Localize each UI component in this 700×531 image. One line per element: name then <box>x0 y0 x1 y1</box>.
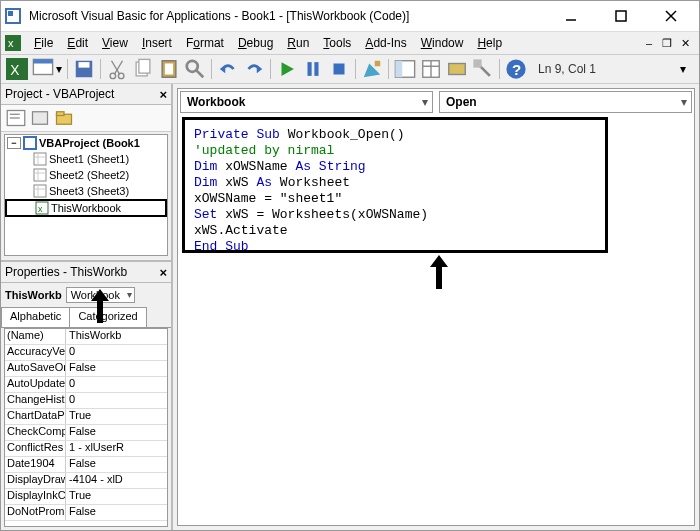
property-value[interactable]: False <box>66 425 167 440</box>
property-row[interactable]: CheckCompFalse <box>5 425 167 441</box>
menu-edit[interactable]: Edit <box>60 34 95 52</box>
properties-panel: Properties - ThisWorkb × ThisWorkb Workb… <box>1 260 171 530</box>
worksheet-icon <box>33 168 47 182</box>
toggle-folders-icon[interactable] <box>53 108 75 128</box>
project-tree[interactable]: − VBAProject (Book1 Sheet1 (Sheet1) Shee… <box>4 134 168 256</box>
toolbar-options-dropdown[interactable]: ▾ <box>671 57 695 81</box>
property-value[interactable]: True <box>66 489 167 504</box>
close-button[interactable] <box>655 6 687 26</box>
property-value[interactable]: 0 <box>66 345 167 360</box>
property-row[interactable]: ChartDataPTrue <box>5 409 167 425</box>
insert-module-icon[interactable] <box>31 57 55 81</box>
menu-insert[interactable]: Insert <box>135 34 179 52</box>
property-row[interactable]: (Name)ThisWorkb <box>5 329 167 345</box>
menu-run[interactable]: Run <box>280 34 316 52</box>
property-value[interactable]: False <box>66 361 167 376</box>
break-icon[interactable] <box>301 57 325 81</box>
property-value[interactable]: False <box>66 505 167 520</box>
save-icon[interactable] <box>72 57 96 81</box>
reset-icon[interactable] <box>327 57 351 81</box>
property-value[interactable]: 0 <box>66 393 167 408</box>
property-name: CheckComp <box>5 425 66 440</box>
project-explorer-icon[interactable] <box>393 57 417 81</box>
svg-rect-22 <box>165 64 173 75</box>
svg-point-17 <box>110 73 116 79</box>
property-row[interactable]: DisplayInkCTrue <box>5 489 167 505</box>
redo-icon[interactable] <box>242 57 266 81</box>
procedure-dropdown[interactable]: Open <box>439 91 692 113</box>
project-panel-close-icon[interactable]: × <box>159 87 167 102</box>
property-value[interactable]: ThisWorkb <box>66 329 167 344</box>
object-browser-icon[interactable] <box>445 57 469 81</box>
cut-icon[interactable] <box>105 57 129 81</box>
tree-sheet2[interactable]: Sheet2 (Sheet2) <box>5 167 167 183</box>
mdi-close-button[interactable]: ✕ <box>677 36 693 50</box>
menu-help[interactable]: Help <box>470 34 509 52</box>
menu-addins[interactable]: Add-Ins <box>358 34 413 52</box>
toolbox-icon[interactable] <box>471 57 495 81</box>
svg-text:X: X <box>10 63 19 78</box>
project-panel-title: Project - VBAProject <box>5 87 114 101</box>
tree-sheet3[interactable]: Sheet3 (Sheet3) <box>5 183 167 199</box>
code-token: Workbook_Open() <box>280 127 405 142</box>
svg-text:x: x <box>8 37 14 49</box>
properties-panel-close-icon[interactable]: × <box>159 265 167 280</box>
help-icon[interactable]: ? <box>504 57 528 81</box>
property-value[interactable]: 0 <box>66 377 167 392</box>
tab-alphabetic[interactable]: Alphabetic <box>1 307 70 327</box>
mdi-restore-button[interactable]: ❐ <box>659 36 675 50</box>
property-value[interactable]: False <box>66 457 167 472</box>
property-row[interactable]: AutoUpdate0 <box>5 377 167 393</box>
properties-grid[interactable]: (Name)ThisWorkbAccuracyVe0AutoSaveOnFals… <box>4 328 168 527</box>
property-row[interactable]: ConflictRes1 - xlUserR <box>5 441 167 457</box>
property-value[interactable]: 1 - xlUserR <box>66 441 167 456</box>
copy-icon[interactable] <box>131 57 155 81</box>
properties-object-selector[interactable]: ThisWorkb Workbook <box>1 283 171 307</box>
view-object-icon[interactable] <box>29 108 51 128</box>
code-token: As String <box>295 159 365 174</box>
code-token: Dim <box>194 175 217 190</box>
code-token: xWS <box>217 175 256 190</box>
object-dropdown[interactable]: Workbook <box>180 91 433 113</box>
run-icon[interactable] <box>275 57 299 81</box>
code-token: xWS.Activate <box>194 223 288 238</box>
property-row[interactable]: AccuracyVe0 <box>5 345 167 361</box>
menu-file[interactable]: File <box>27 34 60 52</box>
menu-format[interactable]: Format <box>179 34 231 52</box>
code-token: Dim <box>194 159 217 174</box>
menu-tools[interactable]: Tools <box>316 34 358 52</box>
property-name: ChangeHist <box>5 393 66 408</box>
property-row[interactable]: ChangeHist0 <box>5 393 167 409</box>
tree-sheet1[interactable]: Sheet1 (Sheet1) <box>5 151 167 167</box>
insert-module-dropdown[interactable]: ▾ <box>55 62 63 76</box>
code-editor[interactable]: Private Sub Workbook_Open() 'updated by … <box>178 115 694 525</box>
find-icon[interactable] <box>183 57 207 81</box>
svg-text:?: ? <box>512 61 521 78</box>
design-mode-icon[interactable] <box>360 57 384 81</box>
minimize-button[interactable] <box>555 6 587 26</box>
property-row[interactable]: AutoSaveOnFalse <box>5 361 167 377</box>
property-value[interactable]: True <box>66 409 167 424</box>
property-value[interactable]: -4104 - xlD <box>66 473 167 488</box>
tree-collapse-icon[interactable]: − <box>7 137 21 149</box>
properties-window-icon[interactable] <box>419 57 443 81</box>
maximize-button[interactable] <box>605 6 637 26</box>
menu-debug[interactable]: Debug <box>231 34 280 52</box>
properties-panel-header: Properties - ThisWorkb × <box>1 262 171 283</box>
titlebar: Microsoft Visual Basic for Applications … <box>1 1 699 32</box>
svg-rect-34 <box>395 61 402 78</box>
view-excel-icon[interactable]: X <box>5 57 29 81</box>
property-name: AccuracyVe <box>5 345 66 360</box>
mdi-minimize-button[interactable]: – <box>641 36 657 50</box>
property-row[interactable]: DisplayDraw-4104 - xlD <box>5 473 167 489</box>
code-token: xOWSName = "sheet1" <box>194 191 342 206</box>
property-row[interactable]: Date1904False <box>5 457 167 473</box>
paste-icon[interactable] <box>157 57 181 81</box>
menu-window[interactable]: Window <box>414 34 471 52</box>
property-row[interactable]: DoNotPromptFalse <box>5 505 167 521</box>
menu-view[interactable]: View <box>95 34 135 52</box>
tree-thisworkbook[interactable]: x ThisWorkbook <box>5 199 167 217</box>
view-code-icon[interactable] <box>5 108 27 128</box>
project-root[interactable]: − VBAProject (Book1 <box>5 135 167 151</box>
undo-icon[interactable] <box>216 57 240 81</box>
